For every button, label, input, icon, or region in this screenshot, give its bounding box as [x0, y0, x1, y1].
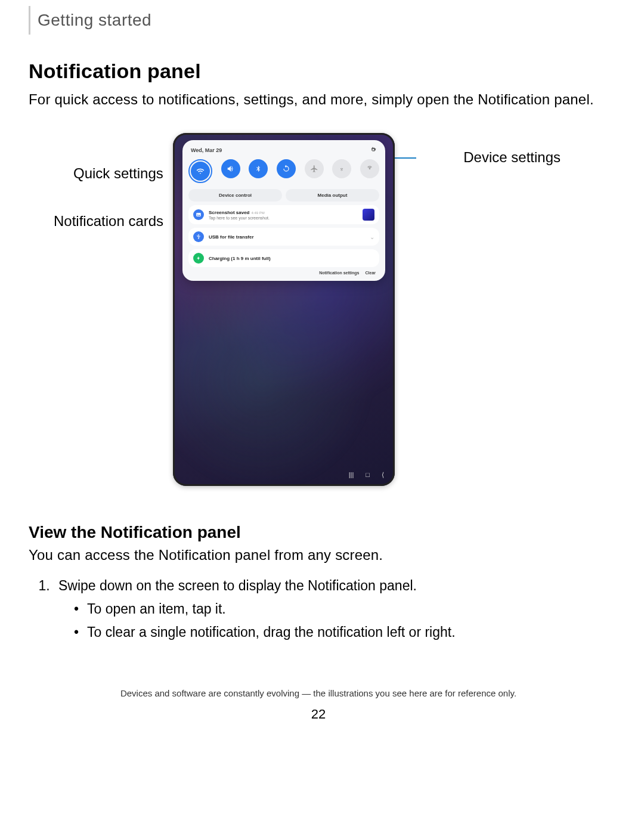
- media-output-button[interactable]: Media output: [286, 189, 379, 202]
- quick-settings-row: [188, 158, 379, 188]
- step-item: Swipe down on the screen to display the …: [54, 578, 608, 640]
- notif-title: USB for file transfer: [209, 234, 365, 240]
- footnote: Devices and software are constantly evol…: [29, 688, 608, 698]
- image-icon: [193, 209, 204, 220]
- gear-icon[interactable]: [370, 146, 377, 154]
- panel-date: Wed, Mar 29: [191, 147, 222, 153]
- page-number: 22: [29, 707, 608, 722]
- clear-button[interactable]: Clear: [365, 271, 376, 275]
- bullet-item: To clear a single notification, drag the…: [69, 624, 608, 640]
- callout-notification-cards: Notification cards: [54, 213, 163, 230]
- airplane-icon[interactable]: [305, 159, 324, 178]
- intro-text: For quick access to notifications, setti…: [29, 90, 608, 109]
- usb-icon: [193, 231, 204, 242]
- hotspot-icon[interactable]: [360, 159, 379, 178]
- device-mockup: Wed, Mar 29: [173, 133, 395, 486]
- download-icon[interactable]: [332, 159, 351, 178]
- step-text: Swipe down on the screen to display the …: [58, 578, 417, 593]
- back-icon[interactable]: ⟨: [382, 471, 384, 479]
- wifi-icon[interactable]: [191, 162, 210, 181]
- callout-device-settings: Device settings: [463, 149, 561, 166]
- notif-subtitle: Tap here to see your screenshot.: [209, 216, 358, 220]
- charge-icon: [193, 253, 204, 264]
- home-icon[interactable]: □: [366, 471, 370, 479]
- device-control-button[interactable]: Device control: [188, 189, 282, 202]
- notif-title: Screenshot saved: [209, 210, 249, 215]
- notification-card[interactable]: USB for file transfer ⌄: [188, 228, 379, 246]
- screenshot-thumb: [363, 209, 374, 221]
- breadcrumb: Getting started: [29, 6, 608, 35]
- sub-intro: You can access the Notification panel fr…: [29, 547, 608, 563]
- rotate-icon[interactable]: [277, 159, 296, 178]
- notification-settings-link[interactable]: Notification settings: [319, 271, 359, 275]
- notif-time: 4:49 PM: [251, 211, 264, 215]
- notification-panel: Wed, Mar 29: [182, 140, 385, 281]
- subheading: View the Notification panel: [29, 523, 608, 542]
- sound-icon[interactable]: [221, 159, 240, 178]
- steps-list: Swipe down on the screen to display the …: [54, 578, 608, 640]
- svg-point-1: [197, 214, 198, 215]
- notification-card[interactable]: Screenshot saved4:49 PM Tap here to see …: [188, 205, 379, 224]
- illustration-figure: Quick settings Notification cards Device…: [29, 133, 608, 503]
- chevron-down-icon: ⌄: [370, 234, 374, 240]
- android-navbar: ||| □ ⟨: [349, 471, 384, 479]
- recents-icon[interactable]: |||: [349, 471, 354, 479]
- notification-card[interactable]: Charging (1 h 9 m until full): [188, 249, 379, 267]
- notif-title: Charging (1 h 9 m until full): [209, 256, 374, 261]
- bullet-item: To open an item, tap it.: [69, 601, 608, 617]
- callout-quick-settings: Quick settings: [73, 165, 163, 182]
- bluetooth-icon[interactable]: [249, 159, 268, 178]
- page-title: Notification panel: [29, 60, 608, 83]
